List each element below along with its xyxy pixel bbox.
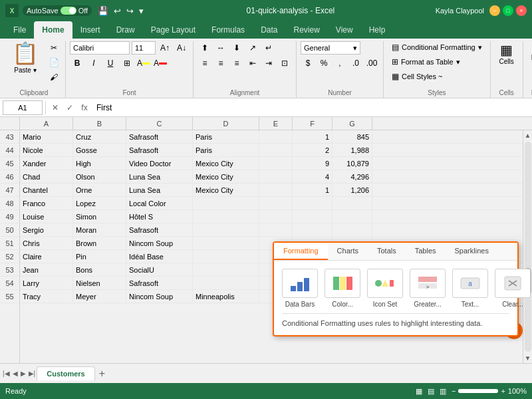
tab-page-layout[interactable]: Page Layout [143,21,203,39]
paste-dropdown[interactable]: Paste ▾ [11,65,39,75]
decrease-indent-button[interactable]: ⇤ [245,57,260,70]
cell-47-c[interactable]: Luna Sea [126,184,193,196]
tab-home[interactable]: Home [34,21,72,39]
qa-tab-charts[interactable]: Charts [328,243,368,260]
cell-52-a[interactable]: Claire [20,250,73,263]
cell-44-g[interactable]: 1,988 [332,144,372,156]
qa-tab-formatting[interactable]: Formatting [274,243,328,260]
cell-47-b[interactable]: Orne [73,184,126,196]
wrap-text-button[interactable]: ↵ [261,41,276,55]
cell-49-b[interactable]: Simon [73,210,126,223]
scroll-down-arrow[interactable]: ▼ [525,353,531,363]
cell-50-d[interactable] [193,223,259,236]
increase-indent-button[interactable]: ⇥ [261,57,276,70]
cell-50-a[interactable]: Sergio [20,223,73,236]
cell-43-c[interactable]: Safrasoft [126,130,193,143]
italic-button[interactable]: I [86,57,101,70]
font-name-input[interactable] [70,41,130,55]
cell-50-b[interactable]: Moran [73,223,126,236]
col-header-f[interactable]: F [293,117,332,130]
align-middle-button[interactable]: ↔ [213,41,228,55]
cell-46-a[interactable]: Chad [20,170,73,183]
undo-button[interactable]: ↩ [112,5,123,17]
view-page-break-button[interactable]: ▥ [440,387,446,396]
editing-button[interactable]: Σ Editing [527,41,532,63]
cell-48-d[interactable] [193,197,259,209]
cut-button[interactable]: ✂ [47,41,61,55]
cell-52-d[interactable] [193,250,259,263]
qa-tab-totals[interactable]: Totals [368,243,406,260]
qa-text[interactable]: a Text... [452,269,488,308]
tab-view[interactable]: View [328,21,361,39]
maximize-button[interactable]: □ [503,5,513,16]
qa-tab-tables[interactable]: Tables [406,243,446,260]
cell-46-e[interactable] [259,170,293,183]
sheet-nav-prev[interactable]: ◀ [13,370,18,377]
sheet-nav-next[interactable]: ▶ [21,370,26,377]
cell-53-a[interactable]: Jean [20,263,73,276]
cell-44-e[interactable] [259,144,293,156]
redo-button[interactable]: ↪ [124,5,136,17]
tab-file[interactable]: File [5,21,34,39]
cell-50-c[interactable]: Safrasoft [126,223,193,236]
cell-46-b[interactable]: Olson [73,170,126,183]
bold-button[interactable]: B [70,57,84,70]
zoom-out-button[interactable]: − [452,387,456,395]
cell-44-f[interactable]: 2 [293,144,332,156]
cell-47-d[interactable]: Mexico City [193,184,259,196]
tab-insert[interactable]: Insert [72,21,108,39]
format-as-table-button[interactable]: ⊞ Format as Table ▾ [388,56,486,68]
cell-48-b[interactable]: Lopez [73,197,126,209]
cell-48-e[interactable] [259,197,293,209]
cell-50-e[interactable] [259,223,293,236]
number-format-select[interactable]: General▾ [301,41,360,55]
font-color-button[interactable]: A [153,57,168,70]
autosave-toggle[interactable]: AutoSave Off [23,5,92,16]
tab-help[interactable]: Help [361,21,394,39]
cell-51-b[interactable]: Brown [73,237,126,249]
cell-49-a[interactable]: Louise [20,210,73,223]
border-button[interactable]: ⊞ [120,57,134,70]
cell-43-b[interactable]: Cruz [73,130,126,143]
zoom-in-button[interactable]: + [501,387,505,395]
cell-44-b[interactable]: Gosse [73,144,126,156]
qa-color-scale[interactable]: Color... [325,269,360,308]
fill-color-button[interactable]: A [136,57,151,70]
decrease-font-button[interactable]: A↓ [174,41,189,55]
cell-48-f[interactable] [293,197,332,209]
undo-dropdown[interactable]: ▾ [137,5,146,17]
cell-51-c[interactable]: Nincom Soup [126,237,193,249]
cell-55-b[interactable]: Meyer [73,290,126,303]
col-header-g[interactable]: G [332,117,372,130]
view-page-layout-button[interactable]: ▤ [428,387,434,396]
cell-45-a[interactable]: Xander [20,157,73,170]
increase-decimal-button[interactable]: .00 [364,57,379,70]
minimize-button[interactable]: − [489,5,500,16]
cell-53-d[interactable] [193,263,259,276]
merge-center-button[interactable]: ⊡ [277,57,292,70]
text-rotate-button[interactable]: ↗ [245,41,260,55]
col-header-e[interactable]: E [259,117,293,130]
cell-54-b[interactable]: Nielsen [73,277,126,289]
close-button[interactable]: × [516,5,527,16]
confirm-formula-button[interactable]: ✓ [63,101,76,114]
cell-43-d[interactable]: Paris [193,130,259,143]
cell-48-c[interactable]: Local Color [126,197,193,209]
percent-button[interactable]: % [317,57,331,70]
cell-46-g[interactable]: 4,296 [332,170,372,183]
cells-button[interactable]: ▦ Cells [495,41,519,67]
cell-52-c[interactable]: Idéal Base [126,250,193,263]
cell-50-f[interactable] [293,223,332,236]
comma-button[interactable]: , [332,57,347,70]
cell-51-d[interactable] [193,237,259,249]
cell-53-c[interactable]: SocialU [126,263,193,276]
cell-45-c[interactable]: Video Doctor [126,157,193,170]
cell-52-b[interactable]: Pin [73,250,126,263]
paste-button[interactable]: 📋 [7,41,44,65]
align-bottom-button[interactable]: ⬇ [229,41,244,55]
cell-47-e[interactable] [259,184,293,196]
cell-55-d[interactable]: Minneapolis [193,290,259,303]
cell-46-d[interactable]: Mexico City [193,170,259,183]
cell-styles-button[interactable]: ▦ Cell Styles ~ [388,70,486,82]
cell-45-g[interactable]: 10,879 [332,157,372,170]
